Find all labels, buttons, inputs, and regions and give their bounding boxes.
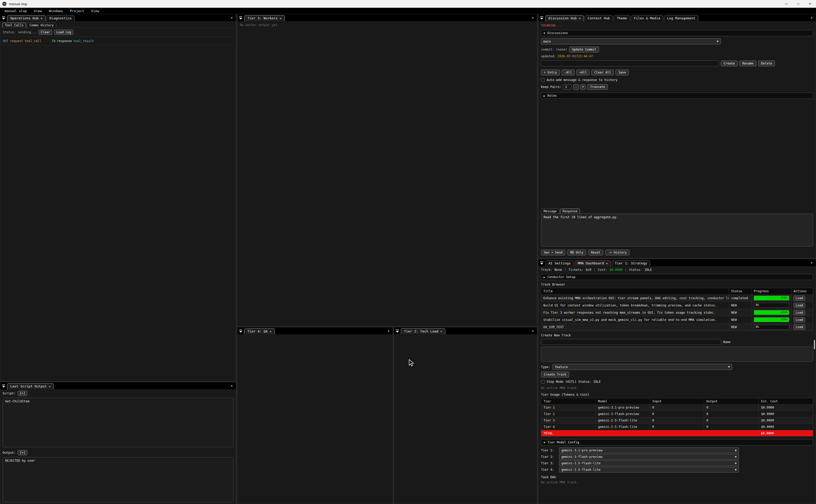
message-textarea[interactable]: Read the first 10 lines of aggregate.py. bbox=[541, 214, 813, 247]
tab-tier4-qa[interactable]: Tier 4: QA ✕ bbox=[244, 328, 275, 334]
maximize-icon[interactable]: □ bbox=[792, 0, 804, 8]
tab-close-icon[interactable]: ✕ bbox=[41, 17, 43, 20]
reset-button[interactable]: Reset bbox=[588, 250, 603, 255]
close-icon[interactable]: ✕ bbox=[804, 0, 816, 8]
dock-menu-icon[interactable] bbox=[540, 16, 544, 20]
menu-item-view-2[interactable]: View bbox=[91, 9, 99, 13]
minimize-icon[interactable]: — bbox=[780, 0, 792, 8]
dock-menu-icon[interactable] bbox=[239, 16, 243, 20]
auto-add-checkbox[interactable] bbox=[541, 78, 545, 82]
load-button[interactable]: Load bbox=[794, 317, 805, 322]
legend-response: response bbox=[57, 39, 72, 43]
track-name-input[interactable] bbox=[541, 339, 721, 345]
menu-item-project[interactable]: Project bbox=[70, 9, 84, 13]
dock-menu-icon[interactable] bbox=[395, 329, 399, 333]
dock-menu-icon[interactable] bbox=[239, 329, 243, 333]
tab-tier3-workers[interactable]: Tier 3: Workers ✕ bbox=[244, 15, 285, 21]
menu-item-view[interactable]: View bbox=[34, 9, 42, 13]
menu-item-manual-slop[interactable]: manual slop bbox=[5, 9, 27, 13]
tab-discussion-hub[interactable]: Discussion Hub ✕ bbox=[545, 15, 584, 21]
tab-close-icon[interactable]: ✕ bbox=[606, 262, 608, 265]
load-button[interactable]: Load bbox=[794, 310, 805, 315]
keep-pairs-increment-button[interactable]: + bbox=[580, 84, 586, 90]
tier2-model-select[interactable]: gemini-3-flash-preview ▼ bbox=[559, 454, 739, 460]
panel-close-icon[interactable]: ✕ bbox=[228, 16, 235, 20]
clear-button[interactable]: Clear bbox=[39, 30, 52, 35]
table-row[interactable]: Build UI for context window utilization,… bbox=[541, 302, 813, 309]
panel-close-icon[interactable]: ✕ bbox=[529, 329, 536, 333]
subtab-comms-history[interactable]: Comms History bbox=[27, 23, 56, 28]
conductor-setup-header[interactable]: ▶ Conductor Setup bbox=[541, 274, 813, 280]
tab-log-management[interactable]: Log Management bbox=[664, 15, 699, 21]
tab-close-icon[interactable]: ✕ bbox=[440, 330, 442, 333]
discussions-section-header[interactable]: ▼ Discussions bbox=[541, 30, 813, 36]
track-type-select[interactable]: feature ▼ bbox=[552, 364, 732, 370]
script-box[interactable]: Get-ChildItem bbox=[3, 398, 233, 447]
step-mode-checkbox[interactable] bbox=[541, 380, 545, 384]
output-box[interactable]: REJECTED by user bbox=[3, 457, 233, 502]
tier1-model-select[interactable]: gemini-3.1-pro-preview ▼ bbox=[559, 448, 739, 453]
tab-files-media[interactable]: Files & Media bbox=[631, 15, 663, 21]
discussion-select[interactable]: main ▼ bbox=[541, 38, 721, 44]
tab-close-icon[interactable]: ✕ bbox=[270, 330, 271, 333]
tab-mma-dashboard[interactable]: MMA Dashboard ✕ bbox=[575, 260, 611, 266]
tab-tier1-strategy[interactable]: Tier 1: Strategy bbox=[612, 260, 650, 266]
panel-close-icon[interactable]: ✕ bbox=[228, 384, 235, 388]
gen-send-button[interactable]: Gen + Send bbox=[541, 250, 565, 255]
tier4-model-select[interactable]: gemini-2.5-flash-lite ▼ bbox=[559, 467, 739, 473]
update-commit-button[interactable]: Update Commit bbox=[569, 47, 599, 52]
rename-button[interactable]: Rename bbox=[739, 61, 756, 66]
tab-ai-settings[interactable]: AI Settings bbox=[545, 260, 574, 266]
discussion-name-input[interactable] bbox=[541, 60, 719, 66]
keep-pairs-input[interactable]: 2 bbox=[563, 84, 572, 90]
to-history-button[interactable]: -> History bbox=[605, 250, 629, 255]
tab-operations-hub[interactable]: Operations Hub ✕ bbox=[7, 15, 46, 21]
track-description-textarea[interactable] bbox=[541, 347, 813, 362]
clear-all-button[interactable]: Clear All bbox=[591, 70, 614, 75]
keep-pairs-decrement-button[interactable]: - bbox=[573, 84, 579, 90]
truncate-button[interactable]: Truncate bbox=[587, 84, 608, 90]
add-entry-button[interactable]: + Entry bbox=[541, 70, 560, 75]
tab-tier2-tech-lead[interactable]: Tier 2: Tech Lead ✕ bbox=[401, 328, 445, 334]
tier-model-config-header[interactable]: ▼ Tier Model Config bbox=[541, 439, 813, 445]
create-button[interactable]: Create bbox=[721, 61, 738, 66]
dock-menu-icon[interactable] bbox=[2, 384, 6, 388]
menu-item-windows[interactable]: Windows bbox=[49, 9, 63, 13]
panel-close-icon[interactable]: ✕ bbox=[529, 16, 536, 20]
dock-menu-icon[interactable] bbox=[2, 16, 6, 20]
tab-close-icon[interactable]: ✕ bbox=[49, 385, 51, 388]
dock-menu-icon[interactable] bbox=[540, 261, 544, 265]
subtab-tool-calls[interactable]: Tool Calls bbox=[2, 23, 26, 28]
tab-theme[interactable]: Theme bbox=[614, 15, 630, 21]
panel-close-icon[interactable]: ✕ bbox=[808, 261, 815, 265]
tier3-model-select[interactable]: gemini-2.5-flash-lite ▼ bbox=[559, 460, 739, 466]
message-tab[interactable]: Message bbox=[541, 209, 559, 214]
panel-close-icon[interactable]: ✕ bbox=[385, 329, 392, 333]
table-row[interactable]: UX_SIM_TEST NEW 0% Load bbox=[541, 323, 813, 331]
save-button[interactable]: Save bbox=[616, 70, 629, 75]
load-log-button[interactable]: Load Log bbox=[54, 30, 73, 35]
table-row[interactable]: Fix Tier 3 worker responses not reaching… bbox=[541, 309, 813, 316]
scrollbar-thumb[interactable] bbox=[814, 340, 815, 349]
panel-close-icon[interactable]: ✕ bbox=[808, 16, 815, 20]
tab-close-icon[interactable]: ✕ bbox=[579, 17, 581, 20]
load-button[interactable]: Load bbox=[794, 303, 805, 308]
roles-section-header[interactable]: ▶ Roles bbox=[541, 93, 813, 99]
minus-all-button[interactable]: -All bbox=[562, 70, 575, 75]
tab-context-hub[interactable]: Context Hub bbox=[585, 15, 613, 21]
tab-close-icon[interactable]: ✕ bbox=[280, 17, 281, 20]
table-row[interactable]: Stabilize visual_sim_mma_v2.py and mock_… bbox=[541, 316, 813, 323]
script-expand-button[interactable]: [+] bbox=[18, 391, 28, 396]
plus-all-button[interactable]: +All bbox=[576, 70, 589, 75]
load-button[interactable]: Load bbox=[794, 296, 805, 301]
response-tab[interactable]: Response bbox=[560, 209, 580, 214]
table-row[interactable]: Enhance existing MMA orchestration GUI: … bbox=[541, 295, 813, 302]
delete-button[interactable]: Delete bbox=[758, 61, 775, 66]
create-track-button[interactable]: Create Track bbox=[541, 372, 569, 377]
tab-diagnostics[interactable]: Diagnostics bbox=[46, 15, 75, 21]
output-expand-button[interactable]: [+] bbox=[18, 450, 28, 455]
tab-label: Discussion Hub bbox=[548, 16, 577, 20]
md-only-button[interactable]: MD Only bbox=[567, 250, 586, 255]
tab-last-script-output[interactable]: Last Script Output ✕ bbox=[7, 383, 54, 389]
load-button[interactable]: Load bbox=[794, 324, 805, 330]
